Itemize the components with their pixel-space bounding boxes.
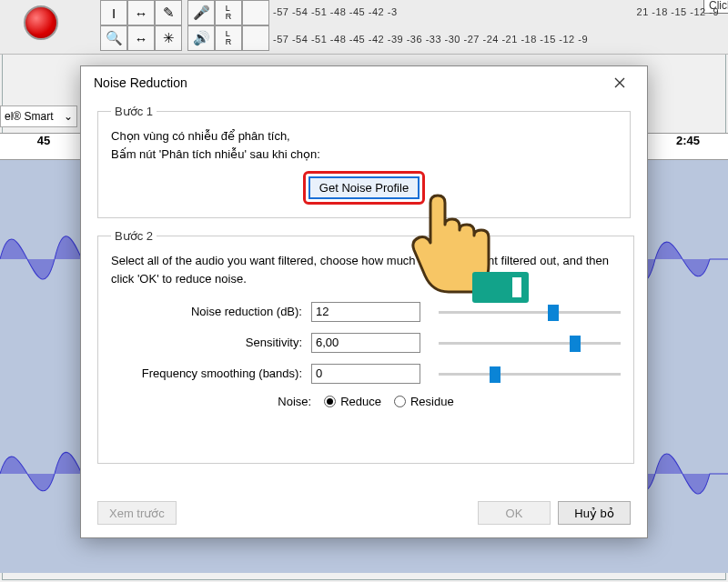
- sensitivity-input[interactable]: [311, 333, 420, 353]
- draw-tool-icon[interactable]: ✎: [155, 0, 182, 25]
- noise-reduction-dialog: Noise Reduction Bước 1 Chọn vùng có nhiễ…: [80, 65, 648, 538]
- freq-smoothing-input[interactable]: [311, 364, 420, 384]
- cancel-button[interactable]: Huỷ bỏ: [558, 501, 631, 525]
- mic-lr-icon: LR: [215, 0, 242, 25]
- noise-residue-label: Residue: [410, 395, 454, 408]
- dialog-button-row: Xem trước OK Huỷ bỏ: [97, 501, 631, 525]
- zoom-tool-icon[interactable]: 🔍: [100, 25, 127, 51]
- main-toolbar: I ↔ ✎ 🔍 ↔ ✳ 🎤 LR 🔊 LR -57 -54 -51 -48 -4…: [0, 0, 728, 55]
- dialog-titlebar: Noise Reduction: [81, 66, 647, 99]
- empty-cell-2: [242, 25, 269, 51]
- noise-residue-radio[interactable]: Residue: [394, 395, 454, 408]
- timeshift-tool-icon[interactable]: ↔: [127, 25, 155, 51]
- step1-instructions: Chọn vùng có nhiễu để phân tích, Bấm nút…: [111, 127, 617, 164]
- noise-reduce-label: Reduce: [340, 395, 381, 408]
- get-noise-profile-highlight: Get Noise Profile: [303, 171, 425, 205]
- step2-legend: Bước 2: [111, 229, 157, 243]
- recording-meter[interactable]: -57 -54 -51 -48 -45 -42 -3 Click to Star…: [273, 0, 724, 24]
- step1-legend: Bước 1: [111, 105, 157, 118]
- meter-scale-bottom: -57 -54 -51 -48 -45 -42 -39 -36 -33 -30 …: [273, 34, 588, 45]
- ruler-time-left: 45: [37, 134, 50, 147]
- noise-reduction-row: Noise reduction (dB):: [111, 302, 621, 322]
- noise-reduction-input[interactable]: [311, 302, 420, 322]
- playback-meter[interactable]: -57 -54 -51 -48 -45 -42 -39 -36 -33 -30 …: [273, 27, 724, 51]
- step1-group: Bước 1 Chọn vùng có nhiễu để phân tích, …: [97, 105, 631, 218]
- preview-button[interactable]: Xem trước: [97, 501, 177, 525]
- device-dropdown-label: el® Smart: [5, 110, 54, 123]
- noise-mode-row: Noise: Reduce Residue: [111, 395, 621, 408]
- noise-reduce-radio[interactable]: Reduce: [324, 395, 381, 408]
- freq-smoothing-row: Frequency smoothing (bands):: [111, 364, 621, 384]
- radio-icon: [324, 396, 336, 407]
- radio-icon: [394, 396, 406, 407]
- speaker-lr-icon: LR: [215, 25, 242, 51]
- freq-smoothing-slider[interactable]: [439, 365, 621, 383]
- tool-group-2: 🎤 LR 🔊 LR: [187, 0, 269, 51]
- empty-cell: [242, 0, 269, 25]
- noise-reduction-label: Noise reduction (dB):: [111, 305, 302, 318]
- sensitivity-row: Sensitivity:: [111, 333, 621, 353]
- get-noise-profile-button[interactable]: Get Noise Profile: [308, 176, 420, 199]
- chevron-down-icon: ⌄: [64, 110, 73, 123]
- close-icon: [614, 77, 625, 88]
- envelope-tool-icon[interactable]: ↔: [127, 0, 155, 25]
- step2-group: Bước 2 Select all of the audio you want …: [97, 229, 634, 464]
- meter-scale-top-right: 21 -18 -15 -12 -9: [637, 6, 719, 17]
- device-dropdown[interactable]: el® Smart ⌄: [0, 105, 77, 127]
- step2-instructions: Select all of the audio you want filtere…: [111, 252, 621, 288]
- sensitivity-slider[interactable]: [439, 334, 621, 352]
- mic-icon[interactable]: 🎤: [187, 0, 215, 25]
- multi-tool-icon[interactable]: ✳: [155, 25, 182, 51]
- record-button[interactable]: [24, 5, 58, 40]
- selection-tool-icon[interactable]: I: [100, 0, 127, 25]
- ruler-time-right: 2:45: [676, 134, 700, 147]
- sensitivity-label: Sensitivity:: [111, 336, 302, 349]
- meter-scale-top: -57 -54 -51 -48 -45 -42 -3: [273, 6, 398, 17]
- freq-smoothing-label: Frequency smoothing (bands):: [111, 366, 302, 380]
- dialog-title: Noise Reduction: [94, 75, 187, 90]
- noise-mode-label: Noise:: [278, 395, 311, 408]
- noise-reduction-slider[interactable]: [439, 303, 621, 321]
- tool-group-1: I ↔ ✎ 🔍 ↔ ✳: [100, 0, 182, 51]
- ok-button[interactable]: OK: [478, 501, 551, 525]
- speaker-icon[interactable]: 🔊: [187, 25, 215, 51]
- close-button[interactable]: [605, 70, 634, 95]
